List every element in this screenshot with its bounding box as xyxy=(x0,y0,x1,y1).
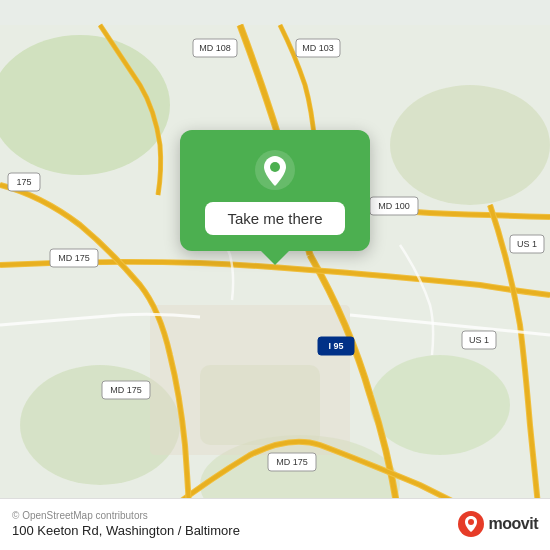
bottom-bar: © OpenStreetMap contributors 100 Keeton … xyxy=(0,498,550,550)
svg-text:MD 108: MD 108 xyxy=(199,43,231,53)
location-pin-icon xyxy=(253,148,297,192)
svg-text:MD 175: MD 175 xyxy=(110,385,142,395)
popup-card: Take me there xyxy=(180,130,370,251)
copyright-text: © OpenStreetMap contributors xyxy=(12,510,240,521)
svg-text:MD 100: MD 100 xyxy=(378,201,410,211)
svg-point-31 xyxy=(270,162,280,172)
svg-text:175: 175 xyxy=(16,177,31,187)
svg-text:US 1: US 1 xyxy=(517,239,537,249)
take-me-there-button[interactable]: Take me there xyxy=(205,202,344,235)
svg-text:MD 103: MD 103 xyxy=(302,43,334,53)
address-text: 100 Keeton Rd, Washington / Baltimore xyxy=(12,523,240,538)
moovit-brand-text: moovit xyxy=(489,515,538,533)
svg-text:MD 175: MD 175 xyxy=(276,457,308,467)
moovit-logo: moovit xyxy=(457,510,538,538)
svg-text:US 1: US 1 xyxy=(469,335,489,345)
svg-point-3 xyxy=(370,355,510,455)
svg-point-33 xyxy=(468,519,474,525)
map-svg: MD 108 MD 103 175 MD 175 MD 100 I 95 I 9… xyxy=(0,0,550,550)
map-container: MD 108 MD 103 175 MD 175 MD 100 I 95 I 9… xyxy=(0,0,550,550)
address-info: © OpenStreetMap contributors 100 Keeton … xyxy=(12,510,240,538)
moovit-logo-icon xyxy=(457,510,485,538)
svg-text:MD 175: MD 175 xyxy=(58,253,90,263)
svg-text:I 95: I 95 xyxy=(328,341,343,351)
svg-rect-7 xyxy=(150,305,350,455)
svg-point-2 xyxy=(390,85,550,205)
